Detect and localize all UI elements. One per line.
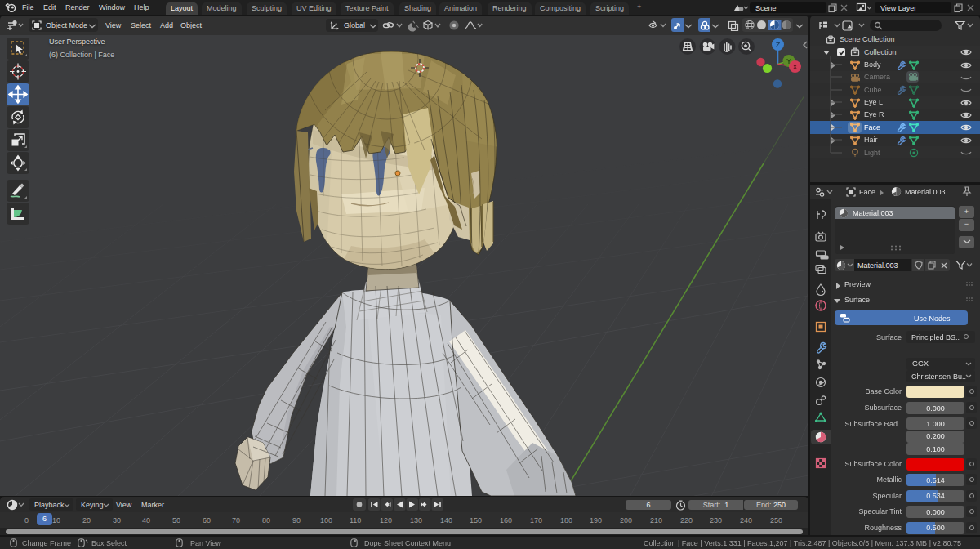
svg-text:Y: Y xyxy=(786,57,791,65)
svg-text:X: X xyxy=(792,63,797,71)
svg-text:Z: Z xyxy=(776,41,781,49)
